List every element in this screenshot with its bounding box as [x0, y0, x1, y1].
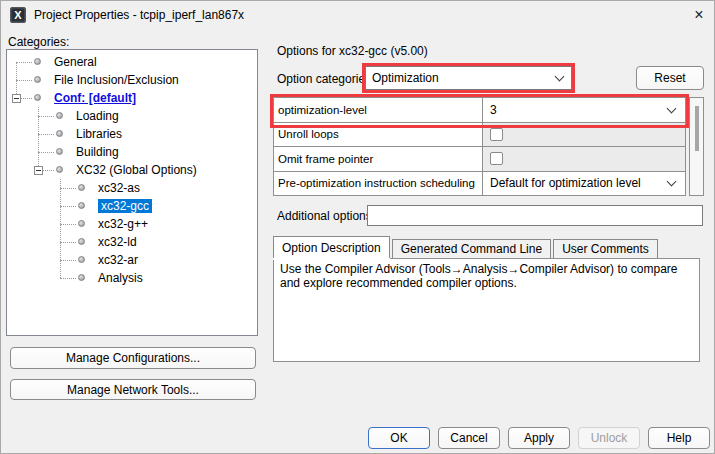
tab-label: Option Description [282, 241, 381, 255]
manage-configurations-label: Manage Configurations... [66, 351, 200, 365]
omit-frame-pointer-checkbox[interactable] [490, 152, 503, 165]
tree-item-label: XC32 (Global Options) [76, 163, 197, 177]
scrollbar-thumb[interactable] [695, 106, 699, 151]
tree-item-libraries[interactable]: Libraries [7, 125, 257, 143]
tree-item-conf-default[interactable]: Conf: [default] [7, 89, 257, 107]
tree-item-xc32-as[interactable]: xc32-as [7, 179, 257, 197]
tree-item-building[interactable]: Building [7, 143, 257, 161]
help-label: Help [667, 431, 692, 445]
tree-node-icon [78, 184, 85, 191]
tree-connector [60, 242, 76, 243]
tree-item-label: Libraries [76, 127, 122, 141]
option-description-panel: Use the Compiler Advisor (Tools→Analysis… [273, 258, 700, 362]
unlock-label: Unlock [591, 431, 628, 445]
tree-connector [38, 134, 54, 135]
manage-configurations-button[interactable]: Manage Configurations... [10, 347, 256, 369]
categories-label: Categories: [8, 35, 69, 49]
reset-button[interactable]: Reset [636, 66, 704, 90]
tree-connector [16, 62, 32, 63]
tree-node-icon [78, 238, 85, 245]
tree-item-label: Conf: [default] [54, 91, 136, 105]
tree-node-icon [78, 274, 85, 281]
tree-item-xc32-gcc[interactable]: xc32-gcc [7, 197, 257, 215]
chevron-down-icon [667, 177, 677, 187]
reset-label: Reset [654, 71, 685, 85]
pre-optimization-scheduling-value: Default for optimization level [490, 176, 668, 190]
options-table: optimization-level 3 Unroll loops Omit f… [273, 97, 686, 196]
table-scrollbar[interactable] [689, 97, 704, 196]
tree-item-label: xc32-as [98, 181, 140, 195]
chevron-down-icon [555, 72, 565, 82]
tree-node-icon [34, 94, 41, 101]
optimization-level-select[interactable]: 3 [483, 98, 685, 122]
tree-connector [60, 278, 76, 279]
tree-item-file-inclusion-exclusion[interactable]: File Inclusion/Exclusion [7, 71, 257, 89]
tree-item-xc32-global-options[interactable]: XC32 (Global Options) [7, 161, 257, 179]
tree-connector [16, 80, 32, 81]
tree-item-xc32-gpp[interactable]: xc32-g++ [7, 215, 257, 233]
ok-label: OK [390, 431, 407, 445]
pre-optimization-scheduling-select[interactable]: Default for optimization level [483, 172, 685, 196]
tree-node-icon [56, 166, 63, 173]
tab-label: Generated Command Line [401, 242, 542, 256]
option-name-cell: Unroll loops [274, 123, 483, 147]
tree-item-loading[interactable]: Loading [7, 107, 257, 125]
tree-node-icon [78, 220, 85, 227]
tree-item-label: Analysis [98, 271, 143, 285]
categories-tree: General File Inclusion/Exclusion Conf: [… [6, 49, 258, 336]
tabs-bar: Option Description Generated Command Lin… [273, 237, 658, 258]
tree-node-icon [56, 112, 63, 119]
manage-network-tools-button[interactable]: Manage Network Tools... [10, 379, 256, 400]
tree-item-xc32-ld[interactable]: xc32-ld [7, 233, 257, 251]
additional-options-input[interactable] [367, 205, 703, 226]
option-categories-select[interactable]: Optimization [365, 66, 572, 90]
tree-node-icon [78, 256, 85, 263]
manage-network-tools-label: Manage Network Tools... [67, 383, 199, 397]
apply-button[interactable]: Apply [508, 427, 570, 449]
chevron-down-icon [667, 103, 677, 113]
tree-item-label: Building [76, 145, 119, 159]
option-description-text: Use the Compiler Advisor (Tools→Analysis… [280, 262, 677, 290]
tree-item-label: xc32-ar [98, 253, 138, 267]
collapse-icon[interactable] [12, 94, 21, 103]
tab-user-comments[interactable]: User Comments [553, 239, 658, 258]
tree-item-analysis[interactable]: Analysis [7, 269, 257, 287]
close-glyph: × [694, 6, 703, 24]
tab-option-description[interactable]: Option Description [273, 236, 390, 258]
tree-node-icon [56, 130, 63, 137]
collapse-icon[interactable] [34, 166, 43, 175]
options-heading: Options for xc32-gcc (v5.00) [277, 44, 428, 58]
option-name-cell: optimization-level [274, 98, 483, 122]
tab-label: User Comments [562, 242, 649, 256]
tree-item-xc32-ar[interactable]: xc32-ar [7, 251, 257, 269]
tree-connector [21, 98, 32, 99]
close-icon[interactable]: × [688, 4, 710, 26]
table-row-omit-frame-pointer: Omit frame pointer [274, 147, 685, 172]
option-categories-label: Option categories: [277, 72, 374, 86]
tree-node-icon [34, 76, 41, 83]
tab-generated-command-line[interactable]: Generated Command Line [392, 239, 551, 258]
ok-button[interactable]: OK [368, 427, 430, 449]
tree-connector [38, 152, 54, 153]
unlock-button: Unlock [578, 427, 640, 449]
option-name-cell: Omit frame pointer [274, 147, 483, 171]
tree-connector [38, 116, 54, 117]
option-name-cell: Pre-optimization instruction scheduling [274, 172, 483, 196]
cancel-button[interactable]: Cancel [438, 427, 500, 449]
tree-item-label: Loading [76, 109, 119, 123]
tree-item-label: File Inclusion/Exclusion [54, 73, 179, 87]
app-icon-letter: X [14, 9, 21, 21]
option-categories-highlight: Optimization [362, 63, 575, 93]
option-categories-value: Optimization [372, 71, 556, 85]
unroll-loops-checkbox[interactable] [490, 128, 503, 141]
tree-connector [43, 170, 54, 171]
unroll-loops-cell [483, 123, 685, 147]
tree-item-general[interactable]: General [7, 53, 257, 71]
omit-frame-pointer-cell [483, 147, 685, 171]
tree-item-label: xc32-g++ [98, 217, 148, 231]
help-button[interactable]: Help [648, 427, 710, 449]
optimization-level-value: 3 [490, 103, 668, 117]
apply-label: Apply [524, 431, 554, 445]
tree-connector [60, 206, 76, 207]
tree-node-icon [78, 202, 85, 209]
